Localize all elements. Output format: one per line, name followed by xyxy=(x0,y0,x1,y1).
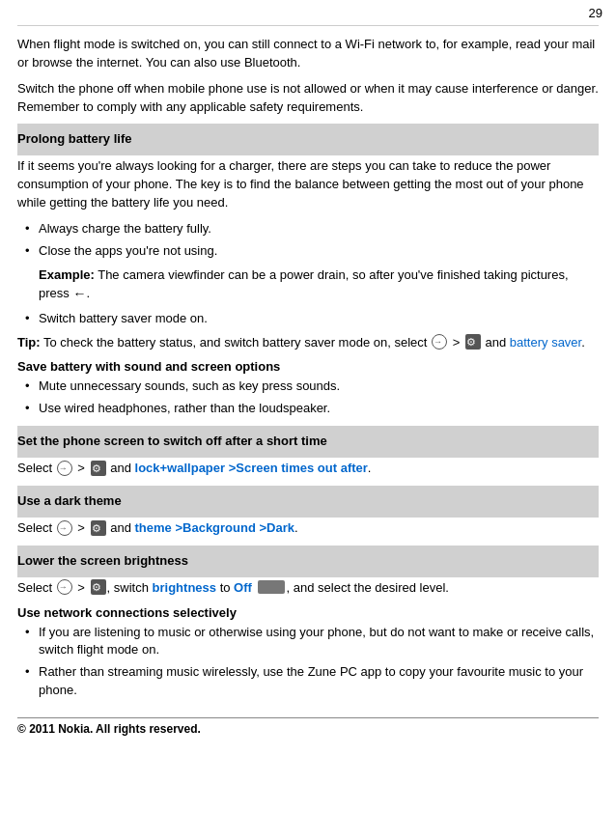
section3-mid1: and xyxy=(107,461,135,475)
circle-arrow-icon xyxy=(432,334,447,350)
section3-body: Select > and lock+wallpaper >Screen time… xyxy=(17,460,599,478)
section5-start: Select xyxy=(17,580,56,595)
gt: > xyxy=(74,520,85,535)
section6-bullet-list: If you are listening to music or otherwi… xyxy=(17,624,599,700)
section4-header: Use a dark theme xyxy=(17,490,599,511)
list-item: Mute unnecessary sounds, such as key pre… xyxy=(17,378,599,396)
section4-header-row: Use a dark theme xyxy=(17,486,599,518)
footer-divider xyxy=(17,717,599,718)
intro-para1: When flight mode is switched on, you can… xyxy=(17,36,599,72)
theme-link: theme xyxy=(135,520,172,535)
gear-icon xyxy=(91,579,106,595)
section3-header-row: Set the phone screen to switch off after… xyxy=(17,426,599,458)
list-item: Rather than streaming music wirelessly, … xyxy=(17,663,599,700)
example-text: The camera viewfinder can be a power dra… xyxy=(39,267,569,300)
page-number: 29 xyxy=(589,6,602,20)
gt: > xyxy=(74,580,85,595)
section2-bullet-list: Mute unnecessary sounds, such as key pre… xyxy=(17,378,599,418)
gear-icon xyxy=(91,520,106,536)
gear-icon xyxy=(465,334,481,350)
section5-body: Select > , switch brightness to Off , an… xyxy=(17,579,599,598)
footer-text: © 2011 Nokia. All rights reserved. xyxy=(17,722,599,742)
example-label: Example: xyxy=(39,267,95,282)
section4-start: Select xyxy=(17,520,56,535)
gear-icon xyxy=(91,461,106,476)
tip-text: To check the battery status, and switch … xyxy=(41,335,431,350)
top-divider xyxy=(17,25,599,26)
list-item: Always charge the battery fully. xyxy=(17,220,599,238)
circle-arrow-icon xyxy=(57,520,72,536)
tip-period: . xyxy=(581,335,585,350)
background-link: Background xyxy=(182,520,256,535)
back-arrow-icon: ← xyxy=(72,284,86,303)
section1-header-row: Prolong battery life xyxy=(17,124,599,155)
gt: > xyxy=(74,461,85,475)
dot: . xyxy=(294,520,298,535)
example-period: . xyxy=(86,286,90,300)
section1-body: If it seems you're always looking for a … xyxy=(17,157,599,212)
section4-body: Select > and theme >Background >Dark. xyxy=(17,519,599,538)
tip-label: Tip: xyxy=(17,335,41,350)
section3-header: Set the phone screen to switch off after… xyxy=(17,431,599,451)
section1-bullet-list: Always charge the battery fully. Close t… xyxy=(17,220,599,261)
circle-arrow-icon xyxy=(57,461,72,476)
off-toggle-icon xyxy=(258,580,285,594)
section5-to: to xyxy=(216,580,234,595)
tip-gt: > xyxy=(449,335,460,350)
section5-header-row: Lower the screen brightness xyxy=(17,546,599,577)
section3-start: Select xyxy=(17,461,56,475)
off-link: Off xyxy=(234,580,252,595)
list-item: Use wired headphones, rather than the lo… xyxy=(17,400,599,418)
list-item: Switch battery saver mode on. xyxy=(17,310,599,328)
gt2: > xyxy=(256,520,266,535)
section5-header: Lower the screen brightness xyxy=(17,550,599,571)
section2-header: Save battery with sound and screen optio… xyxy=(17,359,599,374)
list-item: Close the apps you're not using. xyxy=(17,242,599,261)
lock-wallpaper-link: lock+wallpaper xyxy=(135,461,226,475)
tip-end: and xyxy=(482,335,510,350)
section4-mid1: and xyxy=(107,520,135,535)
list-item: If you are listening to music or otherwi… xyxy=(17,624,599,660)
tip-block: Tip: To check the battery status, and sw… xyxy=(17,334,599,352)
dot: . xyxy=(368,461,372,475)
example-block: Example: The camera viewfinder can be a … xyxy=(39,266,599,304)
section1-header: Prolong battery life xyxy=(17,128,599,149)
screen-times-link: Screen times out after xyxy=(236,461,368,475)
section6-header: Use network connections selectively xyxy=(17,605,599,620)
intro-para2: Switch the phone off when mobile phone u… xyxy=(17,80,599,117)
dark-link: Dark xyxy=(266,520,294,535)
battery-saver-link: battery saver xyxy=(510,335,581,350)
gt1: > xyxy=(225,461,236,475)
section5-end: , and select the desired level. xyxy=(287,580,449,595)
circle-arrow-icon xyxy=(57,579,72,595)
brightness-link: brightness xyxy=(153,580,216,595)
page-wrapper: 29 When flight mode is switched on, you … xyxy=(0,0,616,751)
section1-bullet3-list: Switch battery saver mode on. xyxy=(17,310,599,328)
section5-mid1: , switch xyxy=(107,580,153,595)
gt1: > xyxy=(172,520,182,535)
